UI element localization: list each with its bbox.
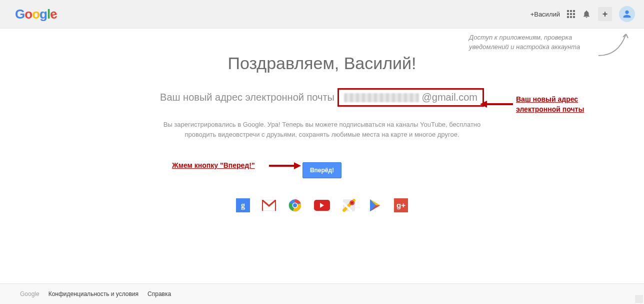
svg-point-3	[293, 203, 297, 207]
svg-marker-10	[294, 162, 301, 169]
new-email-label: Ваш новый адрес электронной почты	[160, 92, 334, 103]
youtube-icon[interactable]	[314, 200, 330, 211]
welcome-description: Вы зарегистрировались в Google. Ура! Теп…	[142, 120, 502, 139]
svg-marker-8	[480, 101, 487, 108]
google-plus-icon[interactable]: g+	[394, 198, 408, 212]
google-logo[interactable]: Google	[15, 7, 57, 22]
google-search-icon[interactable]: g	[236, 198, 250, 212]
share-plus-icon[interactable]: +	[598, 7, 612, 21]
main-content: Поздравляем, Василий! Ваш новый адрес эл…	[0, 29, 644, 212]
header-right: +Василий +	[530, 6, 635, 22]
forward-button[interactable]: Вперёд!	[302, 162, 342, 178]
desc-line-1: Вы зарегистрировались в Google. Ура! Теп…	[164, 121, 481, 128]
annotation-email-arrow-icon	[480, 100, 513, 109]
plus-profile-link[interactable]: +Василий	[530, 11, 560, 18]
footer: Google Конфиденциальность и условия Спра…	[0, 283, 644, 304]
new-email-highlight-box: @gmail.com	[338, 88, 484, 107]
annotation-email-text: Ваш новый адрес электронной почты	[516, 95, 611, 114]
scrollbar-corner	[635, 295, 643, 303]
notifications-bell-icon[interactable]	[582, 10, 591, 19]
footer-google-label: Google	[20, 290, 40, 297]
welcome-title: Поздравляем, Василий!	[0, 54, 644, 73]
account-hint-text: Доступ к приложениям, проверка уведомлен…	[469, 33, 599, 52]
chrome-icon[interactable]	[288, 198, 302, 212]
account-avatar-icon[interactable]	[619, 6, 635, 22]
desc-line-2: проводить видеовстречи с друзьями, сохра…	[185, 131, 460, 138]
apps-grid-icon[interactable]	[567, 10, 575, 18]
email-domain-suffix: @gmail.com	[422, 92, 478, 103]
blurred-email-user	[344, 93, 419, 102]
footer-privacy-link[interactable]: Конфиденциальность и условия	[48, 290, 138, 297]
google-maps-icon[interactable]	[342, 198, 356, 212]
annotation-button-arrow-icon	[269, 161, 301, 170]
gmail-icon[interactable]	[262, 198, 276, 212]
product-icons-row: g g+	[0, 198, 644, 212]
header-bar: Google +Василий +	[0, 0, 644, 29]
hint-arrow-icon	[596, 28, 631, 58]
google-play-icon[interactable]	[368, 198, 382, 212]
annotation-press-button-text: Жмем кнопку "Вперед!"	[172, 161, 255, 169]
footer-help-link[interactable]: Справка	[148, 290, 171, 297]
svg-point-6	[351, 202, 352, 203]
